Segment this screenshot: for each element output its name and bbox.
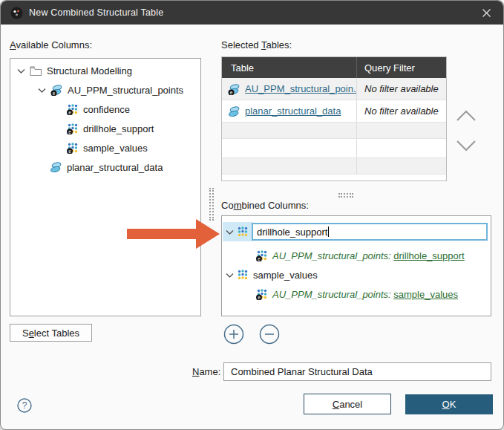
chevron-down-icon[interactable] bbox=[38, 87, 46, 94]
move-down-icon[interactable] bbox=[456, 138, 477, 153]
title-bar: New Combined Structural Table bbox=[1, 1, 503, 25]
text-caret bbox=[328, 227, 329, 237]
combined-columns-label: Combined Columns: bbox=[221, 200, 309, 211]
column-dots-icon bbox=[67, 123, 79, 134]
splitter-handle[interactable] bbox=[209, 188, 214, 221]
source-column-link[interactable]: drillhole_support bbox=[393, 250, 464, 261]
chevron-down-icon[interactable] bbox=[226, 229, 234, 235]
svg-text:?: ? bbox=[22, 400, 27, 411]
tree-item-au-ppm-structural-points[interactable]: AU_PPM_structural_points bbox=[38, 80, 183, 100]
table-row-empty bbox=[222, 123, 446, 139]
table-link[interactable]: AU_PPM_structural_poin... bbox=[245, 83, 356, 94]
close-icon[interactable] bbox=[470, 1, 503, 25]
column-name-edit-field[interactable]: drillhole_support bbox=[252, 223, 488, 241]
combined-columns-tree: drillhole_support AU_PPM_structural_poin… bbox=[221, 215, 491, 316]
query-filter-value: No filter available bbox=[364, 105, 439, 117]
structural-points-table-icon bbox=[228, 83, 240, 95]
tree-item-planar-structural-data[interactable]: planar_structural_data bbox=[50, 157, 163, 177]
available-columns-label: Available Columns: bbox=[10, 39, 92, 51]
add-column-icon[interactable] bbox=[223, 324, 244, 345]
tree-item-confidence[interactable]: confidence bbox=[67, 100, 130, 119]
selected-tables-table: Table Query Filter AU_PPM_structural_poi… bbox=[221, 56, 447, 181]
column-dots-icon bbox=[237, 269, 249, 281]
planar-table-icon bbox=[228, 105, 240, 117]
chevron-down-icon[interactable] bbox=[226, 272, 234, 278]
splitter-handle[interactable] bbox=[338, 193, 353, 198]
name-input[interactable] bbox=[223, 362, 491, 381]
table-row[interactable]: AU_PPM_structural_poin... No filter avai… bbox=[222, 78, 446, 100]
folder-icon bbox=[30, 65, 42, 76]
column-dots-icon bbox=[237, 226, 249, 238]
chevron-down-icon[interactable] bbox=[17, 68, 25, 74]
column-header-query-filter: Query Filter bbox=[356, 57, 446, 78]
tree-item-structural-modelling[interactable]: Structural Modelling bbox=[17, 61, 132, 80]
move-up-icon[interactable] bbox=[456, 108, 477, 123]
table-header: Table Query Filter bbox=[222, 57, 446, 78]
column-dots-icon bbox=[256, 288, 268, 300]
table-row[interactable]: planar_structural_data No filter availab… bbox=[222, 100, 446, 123]
ok-button[interactable]: OK bbox=[405, 394, 493, 414]
combined-item-drillhole-support[interactable] bbox=[226, 224, 249, 240]
help-icon[interactable]: ? bbox=[17, 398, 32, 413]
table-link[interactable]: planar_structural_data bbox=[245, 105, 341, 117]
available-columns-tree: Structural Modelling AU_PPM_structural_p… bbox=[10, 58, 201, 316]
column-header-table: Table bbox=[222, 62, 356, 74]
name-label: Name: bbox=[192, 366, 220, 377]
remove-column-icon[interactable] bbox=[259, 324, 280, 345]
tree-item-sample-values[interactable]: sample_values bbox=[67, 138, 148, 157]
table-row-empty bbox=[222, 139, 446, 158]
cancel-button[interactable]: Cancel bbox=[304, 394, 391, 414]
column-dots-icon bbox=[67, 142, 79, 154]
combined-item-sample-values[interactable]: sample_values bbox=[226, 267, 318, 283]
column-dots-icon bbox=[256, 250, 268, 261]
query-filter-value: No filter available bbox=[364, 83, 439, 94]
select-tables-button[interactable]: Select Tables bbox=[10, 324, 92, 342]
column-dots-icon bbox=[67, 103, 79, 115]
tree-item-drillhole-support[interactable]: drillhole_support bbox=[67, 119, 154, 138]
window-title: New Combined Structural Table bbox=[29, 7, 163, 18]
combined-source-sample-values[interactable]: AU_PPM_structural_points: sample_values bbox=[256, 286, 458, 302]
callout-arrow bbox=[125, 218, 222, 250]
combined-source-drillhole-support[interactable]: AU_PPM_structural_points: drillhole_supp… bbox=[256, 247, 465, 264]
dialog-window: New Combined Structural Table Available … bbox=[0, 0, 504, 430]
app-logo-icon bbox=[10, 7, 23, 19]
structural-points-table-icon bbox=[50, 84, 63, 96]
selected-tables-label: Selected Tables: bbox=[221, 39, 292, 51]
planar-table-icon bbox=[50, 161, 62, 173]
table-row-empty bbox=[222, 158, 446, 175]
source-column-link[interactable]: sample_values bbox=[393, 289, 458, 300]
